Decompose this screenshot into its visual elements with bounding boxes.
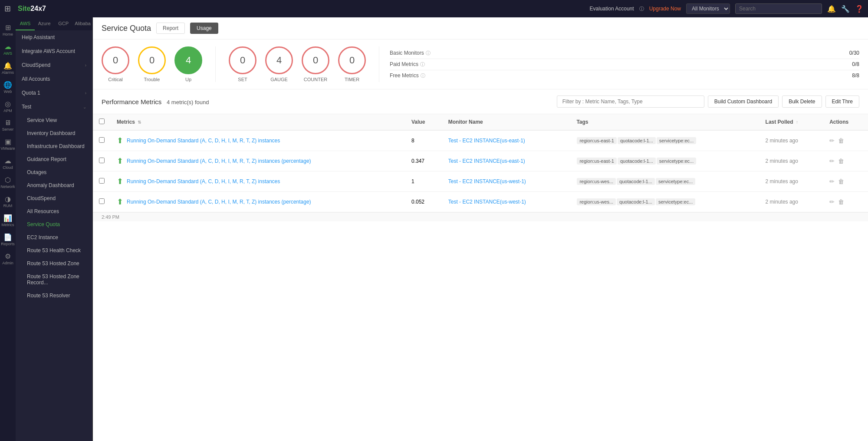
sidebar-item-service-quota[interactable]: Service Quota: [16, 218, 92, 231]
delete-icon-3[interactable]: 🗑: [838, 198, 844, 205]
delete-icon-2[interactable]: 🗑: [838, 178, 844, 185]
sidebar-item-cloudspend[interactable]: CloudSpend ›: [16, 58, 92, 72]
sidebar-item-inventory[interactable]: Inventory Dashboard: [16, 127, 92, 140]
sidebar-item-anomaly[interactable]: Anomaly Dashboard: [16, 179, 92, 192]
sidebar-item-route53hz[interactable]: Route 53 Hosted Zone: [16, 257, 92, 270]
sidebar-item-route53hzr[interactable]: Route 53 Hosted Zone Record...: [16, 270, 92, 289]
row-value-3: 0.052: [405, 192, 442, 212]
upgrade-link[interactable]: Upgrade Now: [649, 6, 681, 12]
rail-item-rum[interactable]: ◑ RUM: [0, 192, 16, 211]
rail-item-network[interactable]: ⬡ Network: [0, 173, 16, 191]
up-label: Up: [185, 77, 191, 82]
sidebar-item-integrate[interactable]: Integrate AWS Account: [16, 44, 92, 58]
sidebar-item-guidance[interactable]: Guidance Report: [16, 153, 92, 166]
sidebar-tab-gcp[interactable]: GCP: [54, 17, 73, 30]
row-value-2: 1: [405, 171, 442, 192]
report-tab-btn[interactable]: Report: [156, 23, 185, 34]
select-all-checkbox[interactable]: [99, 118, 105, 124]
th-monitor: Monitor Name: [442, 114, 571, 130]
free-metrics-info-icon[interactable]: ⓘ: [421, 72, 425, 79]
cloudspend-label: CloudSpend: [22, 62, 50, 68]
perf-count: 4 metric(s) found: [167, 99, 209, 105]
search-input[interactable]: [735, 3, 822, 14]
delete-icon-1[interactable]: 🗑: [838, 158, 844, 165]
rail-item-admin[interactable]: ⚙ Admin: [0, 250, 16, 268]
sidebar-tab-azure[interactable]: Azure: [35, 17, 54, 30]
row-checkbox-3[interactable]: [99, 198, 105, 204]
row-checkbox-2[interactable]: [99, 178, 105, 184]
vmware-icon: ▣: [5, 138, 11, 146]
counter-label: COUNTER: [304, 77, 327, 82]
bulk-delete-btn[interactable]: Bulk Delete: [782, 95, 822, 108]
row-checkbox-1[interactable]: [99, 158, 105, 163]
metric-link-3[interactable]: Running On-Demand Standard (A, C, D, H, …: [127, 199, 311, 205]
edit-icon-2[interactable]: ✏: [829, 178, 835, 185]
quota1-chevron: ›: [85, 91, 86, 95]
rail-item-server[interactable]: 🖥 Server: [0, 116, 16, 134]
monitor-link-2[interactable]: Test - EC2 INSTANCE(us-west-1): [448, 178, 526, 184]
sidebar-item-quota1[interactable]: Quota 1 ›: [16, 86, 92, 100]
th-polled[interactable]: Last Polled ↑: [760, 114, 824, 130]
status-group-right: 0 SET 4 GAUGE 0 COUNTER 0 TIMER: [216, 46, 379, 82]
row-checkbox-0[interactable]: [99, 137, 105, 143]
sidebar-item-infrastructure[interactable]: Infrastructure Dashboard: [16, 140, 92, 153]
sidebar-item-help[interactable]: Help Assistant: [16, 30, 92, 44]
rail-item-web[interactable]: 🌐 Web: [0, 78, 16, 96]
help-icon[interactable]: ❓: [855, 5, 864, 13]
sidebar-item-route53hc[interactable]: Route 53 Health Check: [16, 244, 92, 257]
sidebar-item-outages[interactable]: Outages: [16, 166, 92, 179]
rail-label-aws: AWS: [3, 52, 12, 56]
bell-icon[interactable]: 🔔: [827, 5, 836, 13]
sidebar-tab-aws[interactable]: AWS: [16, 17, 35, 30]
eval-info-icon[interactable]: ⓘ: [639, 6, 644, 12]
edit-threshold-btn[interactable]: Edit Thre: [825, 95, 859, 108]
sidebar-item-all-accounts[interactable]: All Accounts: [16, 72, 92, 86]
sidebar-item-cloudspend2[interactable]: CloudSpend: [16, 192, 92, 205]
rail-item-cloud[interactable]: ☁ Cloud: [0, 154, 16, 172]
rail-item-reports[interactable]: 📄 Reports: [0, 230, 16, 249]
th-metrics[interactable]: Metrics ⇅: [111, 114, 405, 130]
rail-item-alarms[interactable]: 🔔 Alarms: [0, 59, 16, 77]
guidance-label: Guidance Report: [27, 156, 66, 162]
row-polled-0: 2 minutes ago: [760, 130, 824, 151]
edit-icon-1[interactable]: ✏: [829, 158, 835, 165]
usage-tab-btn[interactable]: Usage: [190, 23, 218, 34]
grid-icon[interactable]: ⊞: [4, 4, 11, 13]
top-nav: ⊞ Site24x7 Evaluation Account ⓘ Upgrade …: [0, 0, 868, 17]
metric-link-2[interactable]: Running On-Demand Standard (A, C, D, H, …: [127, 178, 280, 184]
rail-item-aws[interactable]: ☁ AWS: [0, 40, 16, 58]
monitor-link-0[interactable]: Test - EC2 INSTANCE(us-east-1): [448, 138, 525, 144]
delete-icon-0[interactable]: 🗑: [838, 137, 844, 144]
monitor-select[interactable]: All Monitors: [686, 3, 730, 14]
monitor-link-3[interactable]: Test - EC2 INSTANCE(us-west-1): [448, 199, 526, 205]
basic-monitors-info-icon[interactable]: ⓘ: [426, 50, 431, 56]
monitor-link-1[interactable]: Test - EC2 INSTANCE(us-east-1): [448, 158, 525, 164]
sidebar-item-service-view[interactable]: Service View: [16, 114, 92, 127]
sidebar-tab-alibaba[interactable]: Alibaba: [73, 17, 92, 30]
home-icon: ⊞: [5, 23, 11, 32]
rail-item-home[interactable]: ⊞ Home: [0, 21, 16, 39]
wrench-icon[interactable]: 🔧: [841, 5, 850, 13]
rail-item-metrics[interactable]: 📊 Metrics: [0, 211, 16, 230]
metric-link-1[interactable]: Running On-Demand Standard (A, C, D, H, …: [127, 158, 311, 164]
sidebar-item-route53r[interactable]: Route 53 Resolver: [16, 289, 92, 302]
free-metrics-value: 8/8: [852, 72, 859, 79]
circle-wrap-gauge: 4 GAUGE: [265, 46, 293, 82]
nav-icons: 🔔 🔧 ❓: [827, 5, 864, 13]
metric-link-0[interactable]: Running On-Demand Standard (A, C, D, H, …: [127, 138, 280, 144]
sidebar-item-test[interactable]: Test ⌄: [16, 100, 92, 114]
rail-item-apm[interactable]: ◎ APM: [0, 97, 16, 115]
edit-icon-3[interactable]: ✏: [829, 198, 835, 205]
paid-metrics-info-icon[interactable]: ⓘ: [420, 61, 425, 68]
filter-input[interactable]: [557, 95, 704, 108]
build-custom-btn[interactable]: Build Custom Dashboard: [708, 95, 779, 108]
main-content: Service Quota Report Usage 0 Critical 0 …: [93, 17, 868, 441]
rail-label-alarms: Alarms: [2, 71, 14, 75]
gauge-value: 4: [276, 55, 282, 66]
rail-item-vmware[interactable]: ▣ VMware: [0, 135, 16, 153]
edit-icon-0[interactable]: ✏: [829, 137, 835, 144]
perf-title-wrap: Performance Metrics 4 metric(s) found: [102, 98, 209, 105]
reports-icon: 📄: [3, 233, 12, 241]
sidebar-item-ec2[interactable]: EC2 Instance: [16, 231, 92, 244]
sidebar-item-all-resources[interactable]: All Resources: [16, 205, 92, 218]
